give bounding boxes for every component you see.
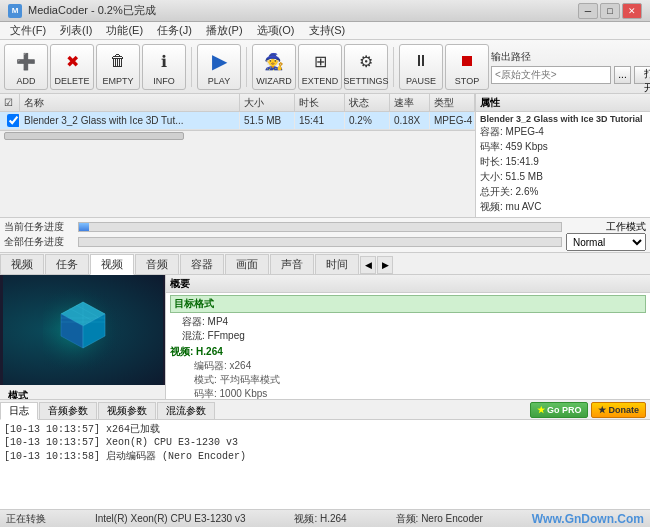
col-size: 大小 xyxy=(240,94,295,111)
toolbar: ➕ ADD ✖ DELETE 🗑 EMPTY ℹ INFO ▶ PLAY 🧙 W… xyxy=(0,40,650,94)
stop-label: STOP xyxy=(455,76,479,86)
menu-play[interactable]: 播放(P) xyxy=(200,22,249,39)
output-path-input[interactable] xyxy=(491,66,611,84)
col-type: 类型 xyxy=(430,94,475,111)
info-button[interactable]: ℹ INFO xyxy=(142,44,186,90)
prop-video: 视频: mu AVC xyxy=(480,200,646,214)
delete-icon: ✖ xyxy=(58,47,86,75)
file-status-cell: 0.2% xyxy=(345,112,390,129)
tab-time[interactable]: 时间 xyxy=(315,254,359,274)
output-browse-button[interactable]: ... xyxy=(614,66,631,84)
play-button[interactable]: ▶ PLAY xyxy=(197,44,241,90)
menu-function[interactable]: 功能(E) xyxy=(100,22,149,39)
prop-size: 大小: 51.5 MB xyxy=(480,170,646,184)
work-mode-label-right: 工作模式 xyxy=(566,220,646,234)
prop-bitrate: 码率: 459 Kbps xyxy=(480,140,646,154)
file-checkbox[interactable] xyxy=(7,114,20,127)
summary-vcodec: 编码器: x264 xyxy=(170,359,646,373)
extend-label: EXTEND xyxy=(302,76,339,86)
stop-button[interactable]: ⏹ STOP xyxy=(445,44,489,90)
current-progress-row: 当前任务进度 工作模式 xyxy=(4,220,646,234)
col-status: 状态 xyxy=(345,94,390,111)
tab-sound[interactable]: 声音 xyxy=(270,254,314,274)
log-line-0: [10-13 10:13:57] x264已加载 xyxy=(4,422,646,436)
donate-button[interactable]: ★ Donate xyxy=(591,402,646,418)
maximize-button[interactable]: □ xyxy=(600,3,620,19)
pause-icon: ⏸ xyxy=(407,47,435,75)
menu-bar: 文件(F) 列表(I) 功能(E) 任务(J) 播放(P) 选项(O) 支持(S… xyxy=(0,22,650,40)
donate-label: Donate xyxy=(608,405,639,415)
tab-audio[interactable]: 音频 xyxy=(135,254,179,274)
extend-button[interactable]: ⊞ EXTEND xyxy=(298,44,342,90)
file-list-row[interactable]: Blender 3_2 Glass with Ice 3D Tut... 51.… xyxy=(0,112,475,130)
file-list-scrollbar[interactable] xyxy=(0,130,475,140)
output-path-row: ... 打开 xyxy=(491,66,650,84)
log-tab-audio[interactable]: 音频参数 xyxy=(39,402,97,419)
wizard-button[interactable]: 🧙 WIZARD xyxy=(252,44,296,90)
file-duration-cell: 15:41 xyxy=(295,112,345,129)
log-tab-log[interactable]: 日志 xyxy=(0,402,38,420)
log-tab-video[interactable]: 视频参数 xyxy=(98,402,156,419)
prop-progress: 总开关: 2.6% xyxy=(480,185,646,199)
stop-icon: ⏹ xyxy=(453,47,481,75)
donate-icon: ★ xyxy=(598,405,606,415)
tab-picture[interactable]: 画面 xyxy=(225,254,269,274)
file-list-header: ☑ 名称 大小 时长 状态 速率 类型 xyxy=(0,94,475,112)
preview-image xyxy=(3,275,163,385)
delete-button[interactable]: ✖ DELETE xyxy=(50,44,94,90)
menu-task[interactable]: 任务(J) xyxy=(151,22,198,39)
log-tabs-row: 日志 音频参数 视频参数 混流参数 ★ Go PRO ★ Donate xyxy=(0,400,650,420)
gopro-label: Go PRO xyxy=(547,405,582,415)
wizard-label: WIZARD xyxy=(256,76,292,86)
tab-nav-right[interactable]: ▶ xyxy=(377,256,393,274)
target-format-label: 目标格式 xyxy=(170,295,646,313)
prop-duration: 时长: 15:41.9 xyxy=(480,155,646,169)
tab-view[interactable]: 视频 xyxy=(0,254,44,274)
tab-nav-left[interactable]: ◀ xyxy=(360,256,376,274)
output-open-button[interactable]: 打开 xyxy=(634,66,650,84)
tab-video[interactable]: 视频 xyxy=(90,254,134,275)
play-icon: ▶ xyxy=(205,47,233,75)
file-list: ☑ 名称 大小 时长 状态 速率 类型 Blender 3_2 Glass wi… xyxy=(0,94,475,217)
status-converting: 正在转换 xyxy=(6,512,46,526)
status-cpu: Intel(R) Xeon(R) CPU E3-1230 v3 xyxy=(95,513,246,524)
toolbar-sep-2 xyxy=(246,47,247,87)
current-progress-fill xyxy=(79,223,89,231)
minimize-button[interactable]: ─ xyxy=(578,3,598,19)
properties-panel: 属性 Blender 3_2 Glass with Ice 3D Tutoria… xyxy=(475,94,650,217)
settings-label: SETTINGS xyxy=(344,76,389,86)
menu-options[interactable]: 选项(O) xyxy=(251,22,301,39)
menu-list[interactable]: 列表(I) xyxy=(54,22,98,39)
log-tab-mux[interactable]: 混流参数 xyxy=(157,402,215,419)
total-progress-bar xyxy=(78,237,562,247)
empty-button[interactable]: 🗑 EMPTY xyxy=(96,44,140,90)
log-line-2: [10-13 10:13:58] 启动编码器 (Nero Encoder) xyxy=(4,449,646,463)
summary-vbitrate: 码率: 1000 Kbps xyxy=(170,387,646,399)
settings-button[interactable]: ⚙ SETTINGS xyxy=(344,44,388,90)
prop-container: 容器: MPEG-4 xyxy=(480,125,646,139)
add-button[interactable]: ➕ ADD xyxy=(4,44,48,90)
close-button[interactable]: ✕ xyxy=(622,3,642,19)
main-tabs: 视频 任务 视频 音频 容器 画面 声音 时间 ◀ ▶ xyxy=(0,253,650,275)
menu-support[interactable]: 支持(S) xyxy=(303,22,352,39)
summary-video: 视频: H.264 xyxy=(170,345,646,359)
summary-vmode: 模式: 平均码率模式 xyxy=(170,373,646,387)
pause-button[interactable]: ⏸ PAUSE xyxy=(399,44,443,90)
tab-task[interactable]: 任务 xyxy=(45,254,89,274)
gopro-button[interactable]: ★ Go PRO xyxy=(530,402,589,418)
title-bar: M MediaCoder - 0.2%已完成 ─ □ ✕ xyxy=(0,0,650,22)
work-mode-select[interactable]: Normal Batch Daemon xyxy=(566,233,646,251)
col-rate: 速率 xyxy=(390,94,430,111)
window-title: MediaCoder - 0.2%已完成 xyxy=(28,3,156,18)
left-content: 模式 禁用 内程显示 窗口显示 xyxy=(0,275,166,399)
log-line-1: [10-13 10:13:57] Xeon(R) CPU E3-1230 v3 xyxy=(4,437,646,448)
output-path-label: 输出路径 xyxy=(491,50,650,64)
tab-container[interactable]: 容器 xyxy=(180,254,224,274)
toolbar-sep-1 xyxy=(191,47,192,87)
menu-file[interactable]: 文件(F) xyxy=(4,22,52,39)
delete-label: DELETE xyxy=(54,76,89,86)
status-bar: 正在转换 Intel(R) Xeon(R) CPU E3-1230 v3 视频:… xyxy=(0,509,650,527)
status-video: 视频: H.264 xyxy=(294,512,346,526)
output-path-area: 输出路径 ... 打开 xyxy=(491,50,650,84)
summary-panel: 概要 目标格式 容器: MP4 混流: FFmpeg 视频: H.264 编码器… xyxy=(166,275,650,399)
